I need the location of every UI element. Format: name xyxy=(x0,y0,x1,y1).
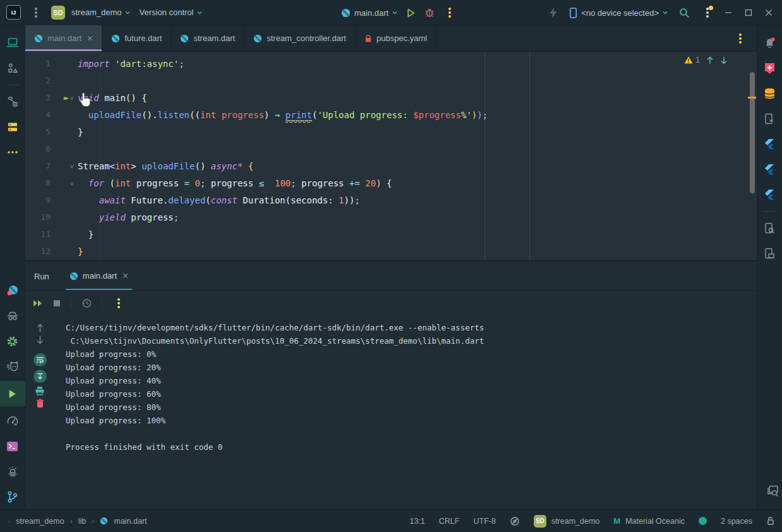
soft-wrap-toggle[interactable] xyxy=(33,353,47,366)
theme-widget[interactable]: M Material Oceanic xyxy=(613,516,685,526)
prev-warning-icon[interactable] xyxy=(706,56,714,64)
warning-stripe-mark[interactable] xyxy=(748,97,756,99)
print-console-button[interactable] xyxy=(35,386,45,396)
dart-analysis-tool-button[interactable] xyxy=(2,280,23,301)
profiler-tool-button[interactable] xyxy=(2,410,23,432)
line-number: 5 xyxy=(25,127,53,136)
fold-chevron-icon[interactable]: ∨ xyxy=(69,163,74,169)
copilot-tool-button[interactable] xyxy=(2,356,23,377)
device-manager-button[interactable] xyxy=(759,108,781,130)
code-line[interactable]: 6 xyxy=(25,140,757,157)
build-tool-button[interactable] xyxy=(2,91,23,112)
code-area[interactable]: 1import 'dart:async';23▶▶∨void main() {4… xyxy=(25,52,757,260)
services-tool-button[interactable] xyxy=(2,116,23,138)
maximize-button[interactable] xyxy=(744,8,753,17)
inspection-widget[interactable]: 1 xyxy=(684,56,728,64)
project-widget[interactable]: SD stream_demo xyxy=(51,6,130,20)
run-configuration-selector[interactable]: main.dart xyxy=(341,8,397,18)
device-selector[interactable]: <no device selected> xyxy=(569,8,668,18)
problems-tool-button[interactable] xyxy=(2,461,23,482)
flutter-inspector-button[interactable] xyxy=(759,184,781,205)
search-everywhere-icon[interactable] xyxy=(679,8,690,18)
breadcrumb-folder[interactable]: lib xyxy=(78,517,87,526)
fold-chevron-icon[interactable]: ∨ xyxy=(69,95,74,101)
run-tab-main-dart[interactable]: main.dart xyxy=(66,271,132,290)
code-line[interactable]: 2 xyxy=(25,72,757,89)
run-tool-button[interactable] xyxy=(0,381,25,406)
notifications-button[interactable] xyxy=(759,32,781,54)
flutter-performance-button[interactable] xyxy=(759,159,781,180)
scroll-to-end-toggle[interactable] xyxy=(33,370,47,383)
fold-chevron-icon[interactable]: ∨ xyxy=(69,180,74,186)
run-line-icon[interactable]: ▶▶ xyxy=(64,95,67,101)
code-line[interactable]: 12} xyxy=(25,243,757,260)
breadcrumb[interactable]: · stream_demo › lib › main.dart xyxy=(8,517,147,526)
network-profiler-tool-button[interactable] xyxy=(2,305,23,327)
tab-pubspec-yaml[interactable]: pubspec.yaml xyxy=(356,25,436,51)
code-editor[interactable]: 1import 'dart:async';23▶▶∨void main() {4… xyxy=(25,52,757,260)
tab-stream-dart[interactable]: stream.dart xyxy=(171,25,244,51)
ai-assistant-button[interactable] xyxy=(759,57,781,79)
code-line[interactable]: 10 yield progress; xyxy=(25,209,757,226)
caret-position[interactable]: 13:1 xyxy=(409,517,424,526)
device-explorer-button[interactable] xyxy=(759,217,781,239)
code-line[interactable]: 7∨Stream<int> uploadFile() async* { xyxy=(25,157,757,174)
up-stacktrace-icon[interactable] xyxy=(36,323,44,332)
clear-console-button[interactable] xyxy=(36,399,44,408)
line-ending[interactable]: CRLF xyxy=(439,517,460,526)
version-control-widget[interactable]: Version control xyxy=(139,8,202,17)
stop-button[interactable] xyxy=(53,299,61,307)
code-line[interactable]: 5} xyxy=(25,123,757,140)
breadcrumb-file[interactable]: main.dart xyxy=(114,517,147,526)
next-warning-icon[interactable] xyxy=(720,56,728,64)
main-menu-kebab-icon[interactable] xyxy=(35,11,37,14)
tab-future-dart[interactable]: future.dart xyxy=(102,25,171,51)
analysis-status-dot[interactable] xyxy=(699,517,707,525)
down-stacktrace-icon[interactable] xyxy=(36,336,44,344)
code-text: uploadFile().listen((int progress) ⇒ pri… xyxy=(75,110,488,120)
run-button[interactable] xyxy=(406,8,416,18)
code-line[interactable]: 1import 'dart:async'; xyxy=(25,55,757,72)
close-run-tab-icon[interactable] xyxy=(123,273,128,279)
running-devices-button[interactable] xyxy=(759,243,781,264)
intellij-logo-icon[interactable]: IJ xyxy=(6,5,21,20)
code-line[interactable]: 3▶▶∨void main() { xyxy=(25,89,757,106)
highlighting-level-icon[interactable] xyxy=(510,516,520,526)
structure-tool-button[interactable] xyxy=(2,57,23,79)
more-tool-windows-button[interactable] xyxy=(2,142,23,163)
rerun-button[interactable] xyxy=(33,299,43,307)
flutter-outline-button[interactable] xyxy=(759,133,781,155)
find-tool-button[interactable] xyxy=(766,485,779,500)
terminal-tool-button[interactable] xyxy=(2,435,23,457)
console-options-kebab-icon[interactable] xyxy=(117,302,120,305)
run-toolbar xyxy=(25,291,757,316)
console-output[interactable]: C:/Users/tijnv/development/sdks/flutter/… xyxy=(54,321,757,509)
tab-stream-controller-dart[interactable]: stream_controller.dart xyxy=(244,25,356,51)
close-button[interactable] xyxy=(764,8,773,17)
history-button[interactable] xyxy=(81,298,92,308)
console-line: Upload progress: 40% xyxy=(66,374,757,387)
database-button[interactable] xyxy=(759,83,781,104)
debug-button[interactable] xyxy=(424,8,435,18)
minimize-button[interactable] xyxy=(724,8,733,17)
tab-main-dart[interactable]: main.dart xyxy=(25,25,102,51)
tab-options-kebab-icon[interactable] xyxy=(739,37,742,40)
file-encoding[interactable]: UTF-8 xyxy=(473,517,495,526)
breadcrumb-project[interactable]: stream_demo xyxy=(16,517,64,526)
close-tab-icon[interactable] xyxy=(87,35,93,41)
indent-setting[interactable]: 2 spaces xyxy=(721,517,752,526)
editor-scrollbar[interactable] xyxy=(750,72,755,193)
code-line[interactable]: 9 await Future.delayed(const Duration(se… xyxy=(25,191,757,209)
code-line[interactable]: 4 uploadFile().listen((int progress) ⇒ p… xyxy=(25,106,757,123)
run-options-kebab-icon[interactable] xyxy=(448,11,451,14)
settings-kebab-icon[interactable] xyxy=(706,11,709,14)
code-line[interactable]: 11 } xyxy=(25,226,757,243)
project-widget-status[interactable]: SD stream_demo xyxy=(534,515,599,528)
hot-reload-lightning-icon[interactable] xyxy=(549,8,558,18)
settings-sync-tool-button[interactable] xyxy=(2,330,23,352)
tab-label: main.dart xyxy=(47,33,81,43)
project-tool-button[interactable] xyxy=(2,32,23,54)
unlock-icon[interactable] xyxy=(766,516,774,526)
git-tool-button[interactable] xyxy=(2,486,23,507)
code-line[interactable]: 8∨ for (int progress = 0; progress ≤ 100… xyxy=(25,174,757,191)
